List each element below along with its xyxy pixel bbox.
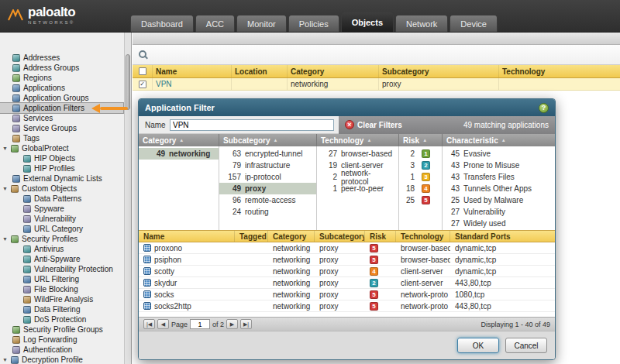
sidebar-item-service-groups[interactable]: Service Groups: [0, 123, 123, 133]
filter-header-risk[interactable]: Risk▲: [399, 134, 443, 146]
ok-button[interactable]: OK: [457, 338, 499, 353]
tab-policies[interactable]: Policies: [288, 15, 339, 32]
filter-header-technology[interactable]: Technology▲: [317, 134, 399, 146]
column-header-technology[interactable]: Technology: [499, 65, 620, 77]
clear-filters-button[interactable]: ×Clear Filters: [345, 120, 402, 129]
sidebar-item-globalprotect[interactable]: ▼GlobalProtect: [0, 143, 123, 153]
risk-filter-item[interactable]: 255: [399, 194, 442, 206]
characteristic-filter-item[interactable]: 27Widely used: [443, 218, 555, 229]
column-header-subcategory[interactable]: Subcategory: [379, 65, 499, 77]
search-icon[interactable]: [139, 50, 148, 60]
collapse-icon[interactable]: ▼: [2, 146, 10, 151]
sidebar-item-security-profiles[interactable]: ▼Security Profiles: [0, 234, 123, 244]
sidebar-item-hip-profiles[interactable]: HIP Profiles: [0, 163, 123, 173]
table-row[interactable]: socks2http networking proxy 5 network-pr…: [139, 300, 555, 312]
risk-filter-item[interactable]: 13: [399, 171, 442, 183]
table-row[interactable]: proxono networking proxy 5 browser-based…: [139, 242, 555, 254]
sidebar-item-addresses[interactable]: Addresses: [0, 53, 123, 63]
column-header-location[interactable]: Location: [232, 65, 288, 77]
sidebar-item-regions[interactable]: Regions: [0, 73, 123, 83]
sidebar-item-applications[interactable]: Applications: [0, 83, 123, 93]
prev-page-button[interactable]: ◀: [157, 319, 169, 329]
sidebar-item-vulnerability-protection[interactable]: Vulnerability Protection: [0, 264, 123, 274]
risk-filter-item[interactable]: 32: [399, 160, 442, 171]
cancel-button[interactable]: Cancel: [505, 338, 547, 353]
risk-filter-item[interactable]: 184: [399, 183, 442, 194]
sidebar-item-antivirus[interactable]: Antivirus: [0, 244, 123, 254]
column-header-name[interactable]: Name: [153, 65, 232, 77]
sidebar-item-data-filtering[interactable]: Data Filtering: [0, 304, 123, 314]
tab-acc[interactable]: ACC: [195, 15, 235, 32]
sidebar-item-application-groups[interactable]: Application Groups: [0, 93, 123, 103]
technology-filter-item[interactable]: 27browser-based: [317, 148, 398, 160]
sidebar-item-security-profile-groups[interactable]: Security Profile Groups: [0, 325, 123, 335]
table-row[interactable]: psiphon networking proxy 5 browser-based…: [139, 254, 555, 266]
name-input[interactable]: [170, 119, 334, 131]
subcategory-filter-item[interactable]: 157ip-protocol: [219, 171, 316, 183]
results-column-standard-ports[interactable]: Standard Ports: [450, 231, 555, 242]
filter-header-characteristic[interactable]: Characteristic▲: [443, 134, 555, 146]
table-row[interactable]: skydur networking proxy 2 client-server …: [139, 277, 555, 289]
collapse-icon[interactable]: ▼: [2, 357, 10, 362]
subcategory-filter-item[interactable]: 63encrypted-tunnel: [219, 148, 316, 160]
table-row[interactable]: socks networking proxy 5 network-proto 1…: [139, 289, 555, 300]
subcategory-filter-item[interactable]: 24routing: [219, 206, 316, 218]
collapse-icon[interactable]: ▼: [2, 186, 10, 191]
sidebar-item-spyware[interactable]: Spyware: [0, 204, 123, 214]
tab-monitor[interactable]: Monitor: [236, 15, 287, 32]
sidebar-scrollbar[interactable]: [124, 33, 131, 364]
sidebar-item-url-category[interactable]: URL Category: [0, 224, 123, 234]
subcategory-filter-item[interactable]: 79infrastructure: [219, 160, 316, 171]
page-input[interactable]: [190, 319, 210, 329]
next-page-button[interactable]: ▶: [226, 319, 238, 329]
sidebar-item-wildfire-analysis[interactable]: WildFire Analysis: [0, 294, 123, 304]
table-row[interactable]: scotty networking proxy 4 client-server …: [139, 266, 555, 277]
sidebar-item-custom-objects[interactable]: ▼Custom Objects: [0, 184, 123, 194]
sidebar-item-address-groups[interactable]: Address Groups: [0, 63, 123, 73]
collapse-icon[interactable]: ▼: [2, 236, 10, 242]
row-name[interactable]: VPN: [153, 78, 232, 90]
characteristic-filter-item[interactable]: 25Used by Malware: [443, 194, 555, 206]
results-column-tagged[interactable]: Tagged: [235, 231, 268, 242]
results-column-subcategory[interactable]: Subcategory: [315, 231, 365, 242]
tab-dashboard[interactable]: Dashboard: [130, 15, 194, 32]
sidebar-item-log-forwarding[interactable]: Log Forwarding: [0, 335, 123, 345]
table-row[interactable]: ✓ VPN networking proxy: [133, 78, 620, 91]
characteristic-filter-item[interactable]: 43Tunnels Other Apps: [443, 183, 555, 194]
last-page-button[interactable]: ▶|: [240, 319, 252, 329]
sidebar-item-hip-objects[interactable]: HIP Objects: [0, 153, 123, 163]
sidebar-item-external-dynamic-lists[interactable]: External Dynamic Lists: [0, 173, 123, 184]
sidebar-item-tags[interactable]: Tags: [0, 133, 123, 143]
subcategory-filter-item[interactable]: 96remote-access: [219, 194, 316, 206]
results-column-technology[interactable]: Technology: [396, 231, 450, 242]
filter-header-category[interactable]: Category▲: [139, 134, 219, 146]
select-all-checkbox[interactable]: [139, 67, 146, 75]
sidebar-item-url-filtering[interactable]: URL Filtering: [0, 274, 123, 284]
sidebar-item-anti-spyware[interactable]: Anti-Spyware: [0, 254, 123, 264]
tab-device[interactable]: Device: [450, 15, 498, 32]
sidebar-item-services[interactable]: Services: [0, 113, 123, 123]
sidebar-item-data-patterns[interactable]: Data Patterns: [0, 194, 123, 204]
sidebar-item-application-filters[interactable]: Application Filters: [0, 103, 123, 113]
sidebar-item-decryption-profile[interactable]: ▼Decryption Profile: [0, 355, 123, 364]
results-column-risk[interactable]: Risk: [365, 231, 396, 242]
characteristic-filter-item[interactable]: 45Evasive: [443, 148, 555, 160]
sidebar-item-vulnerability[interactable]: Vulnerability: [0, 214, 123, 224]
first-page-button[interactable]: |◀: [143, 319, 155, 329]
help-icon[interactable]: ?: [539, 103, 549, 113]
tab-objects[interactable]: Objects: [341, 12, 394, 32]
sidebar-item-dos-protection[interactable]: DoS Protection: [0, 314, 123, 325]
results-column-name[interactable]: Name: [139, 231, 235, 242]
risk-filter-item[interactable]: 21: [399, 148, 442, 160]
sidebar-item-file-blocking[interactable]: File Blocking: [0, 284, 123, 294]
characteristic-filter-item[interactable]: 43Prone to Misuse: [443, 160, 555, 171]
subcategory-filter-item[interactable]: 49proxy: [219, 183, 316, 194]
filter-header-subcategory[interactable]: Subcategory▲: [219, 134, 317, 146]
category-filter-item[interactable]: 49networking: [139, 148, 219, 160]
column-header-category[interactable]: Category: [288, 65, 379, 77]
characteristic-filter-item[interactable]: 43Transfers Files: [443, 171, 555, 183]
tab-network[interactable]: Network: [395, 15, 448, 32]
row-checkbox[interactable]: ✓: [139, 81, 146, 88]
characteristic-filter-item[interactable]: 27Vulnerability: [443, 206, 555, 218]
results-column-category[interactable]: Category: [268, 231, 315, 242]
